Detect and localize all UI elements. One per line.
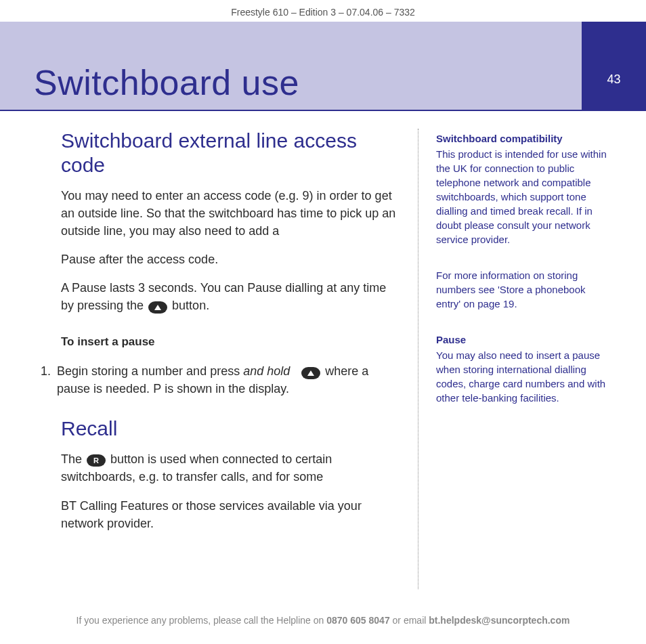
- redial-up-icon: [301, 367, 320, 379]
- body-text: button.: [172, 299, 209, 312]
- body-paragraph: You may need to enter an access code (e.…: [61, 187, 396, 240]
- body-text: is shown in the display.: [165, 382, 289, 395]
- body-text: [293, 364, 297, 378]
- body-text: Begin storing a number and press: [57, 364, 243, 378]
- document-header-line: Freestyle 610 – Edition 3 – 07.04.06 – 7…: [0, 0, 646, 22]
- redial-up-icon: [148, 301, 167, 314]
- step-number: 1.: [41, 362, 57, 398]
- sidebar-note-crossref: For more information on storing numbers …: [436, 268, 612, 311]
- title-banner: Switchboard use 43: [0, 22, 646, 111]
- step-body: Begin storing a number and press and hol…: [57, 362, 396, 398]
- body-paragraph: The R button is used when connected to c…: [61, 450, 396, 486]
- page-title: Switchboard use: [34, 62, 299, 103]
- sidebar-note-pause: Pause You may also need to insert a paus…: [436, 332, 612, 405]
- sidebar-column: Switchboard compatibility This product i…: [424, 129, 619, 589]
- page-number-tab: 43: [582, 22, 646, 110]
- footer-phone: 0870 605 8047: [326, 615, 389, 626]
- body-paragraph: A Pause lasts 3 seconds. You can Pause d…: [61, 279, 396, 314]
- display-character: P: [153, 382, 161, 395]
- footer-text: If you experience any problems, please c…: [77, 615, 327, 626]
- body-text: The: [61, 452, 85, 466]
- body-paragraph: Pause after the access code.: [61, 251, 396, 268]
- column-divider: [418, 129, 418, 589]
- emphasis-text: and hold: [243, 364, 290, 378]
- numbered-step: 1. Begin storing a number and press and …: [41, 362, 396, 398]
- page-number: 43: [607, 45, 620, 87]
- sidebar-note-title: Switchboard compatibility: [436, 131, 612, 146]
- title-wrap: Switchboard use: [0, 22, 582, 110]
- sidebar-note-body: You may also need to insert a pause when…: [436, 348, 612, 405]
- sidebar-note-body: This product is intended for use within …: [436, 147, 612, 246]
- svg-text:R: R: [93, 456, 99, 465]
- recall-r-icon: R: [87, 454, 106, 467]
- sidebar-note-title: Pause: [436, 332, 612, 347]
- footer-text: or email: [393, 615, 429, 626]
- sidebar-note-body: For more information on storing numbers …: [436, 268, 612, 311]
- footer-help-line: If you experience any problems, please c…: [0, 603, 646, 641]
- main-column: Switchboard external line access code Yo…: [27, 129, 412, 589]
- content-area: Switchboard external line access code Yo…: [0, 111, 646, 603]
- body-text: A Pause lasts 3 seconds. You can Pause d…: [61, 281, 386, 312]
- subsection-heading: To insert a pause: [61, 334, 396, 351]
- sidebar-note-compatibility: Switchboard compatibility This product i…: [436, 131, 612, 246]
- body-paragraph: BT Calling Features or those services av…: [61, 497, 396, 532]
- footer-email: bt.helpdesk@suncorptech.com: [429, 615, 569, 626]
- section-heading-recall: Recall: [61, 416, 396, 441]
- section-heading-access-code: Switchboard external line access code: [61, 129, 396, 177]
